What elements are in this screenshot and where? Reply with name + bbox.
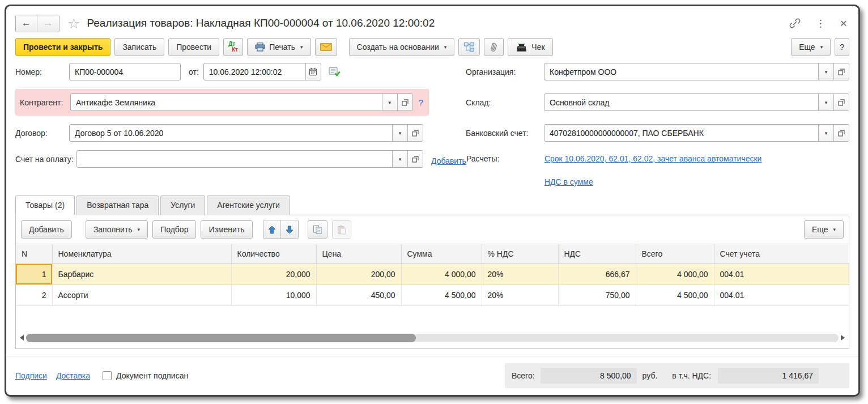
tab-services[interactable]: Услуги <box>160 195 205 215</box>
cash-receipt-button[interactable]: Чек <box>508 38 552 56</box>
paste-rows-button[interactable] <box>332 220 351 239</box>
help-button[interactable]: ? <box>835 38 849 56</box>
create-based-on-button[interactable]: Создать на основании ▾ <box>349 38 455 56</box>
col-total[interactable]: Всего <box>636 244 714 264</box>
cell-quantity[interactable]: 10,000 <box>231 285 316 306</box>
document-window: ← → ☆ Реализация товаров: Накладная КП00… <box>5 5 860 397</box>
signed-checkbox[interactable] <box>103 371 112 380</box>
close-icon[interactable]: × <box>840 16 847 30</box>
row-add-button[interactable]: Добавить <box>21 220 72 239</box>
help-label: ? <box>840 42 844 52</box>
cell-sum[interactable]: 4 000,00 <box>401 264 482 285</box>
bank-account-open-button[interactable] <box>833 125 849 141</box>
invoice-dropdown-button[interactable]: ▾ <box>392 151 407 167</box>
counterparty-open-button[interactable] <box>397 94 412 110</box>
scroll-right-icon[interactable] <box>841 335 845 341</box>
organization-dropdown-button[interactable]: ▾ <box>818 63 833 80</box>
cell-price[interactable]: 450,00 <box>316 285 401 306</box>
cell-total[interactable]: 4 500,00 <box>636 285 714 306</box>
counterparty-input[interactable] <box>71 94 382 110</box>
dt-kt-button[interactable]: ДтКт <box>223 38 243 56</box>
cell-vat[interactable]: 666,67 <box>558 264 636 285</box>
cell-sum[interactable]: 4 500,00 <box>401 285 482 306</box>
edit-button[interactable]: Изменить <box>201 220 252 239</box>
delivery-link[interactable]: Доставка <box>56 371 90 380</box>
total-value: 8 500,00 <box>541 368 637 384</box>
chevron-down-icon: ▾ <box>825 100 828 105</box>
send-email-button[interactable] <box>315 38 337 56</box>
counterparty-help-link[interactable]: ? <box>419 97 423 107</box>
scroll-left-icon[interactable] <box>20 335 24 341</box>
tab-agency-services[interactable]: Агентские услуги <box>207 195 290 215</box>
more-button[interactable]: Еще ▾ <box>791 38 831 56</box>
warehouse-open-button[interactable] <box>833 94 849 110</box>
invoice-for-payment-label: Счет на оплату: <box>15 155 76 164</box>
col-vat-percent[interactable]: % НДС <box>482 244 558 264</box>
counterparty-dropdown-button[interactable]: ▾ <box>382 94 397 110</box>
warehouse-dropdown-button[interactable]: ▾ <box>818 94 833 110</box>
create-based-on-label: Создать на основании <box>357 42 439 52</box>
copy-rows-button[interactable] <box>308 220 327 239</box>
cell-nomenclature[interactable]: Барбарис <box>52 264 231 285</box>
cell-n[interactable]: 1 <box>16 264 52 285</box>
col-n[interactable]: N <box>16 244 52 264</box>
title-bar: ← → ☆ Реализация товаров: Накладная КП00… <box>6 6 858 37</box>
cell-n[interactable]: 2 <box>16 285 52 306</box>
col-vat[interactable]: НДС <box>558 244 636 264</box>
cell-account[interactable]: 004.01 <box>714 285 849 306</box>
forward-button[interactable]: → <box>37 15 59 32</box>
col-sum[interactable]: Сумма <box>401 244 482 264</box>
settlements-terms-link[interactable]: Срок 10.06.2020, 62.01, 62.02, зачет ава… <box>544 154 762 163</box>
date-input[interactable] <box>204 63 305 80</box>
back-button[interactable]: ← <box>16 15 37 32</box>
post-button[interactable]: Провести <box>168 38 219 56</box>
warehouse-input[interactable] <box>544 94 818 110</box>
pick-button[interactable]: Подбор <box>152 220 196 239</box>
more-menu-icon[interactable]: ⋮ <box>816 18 826 29</box>
move-down-button[interactable] <box>280 220 298 239</box>
link-icon <box>789 17 801 29</box>
number-input[interactable] <box>70 63 180 80</box>
contract-open-button[interactable] <box>407 125 423 141</box>
contract-input[interactable] <box>70 125 392 141</box>
col-nomenclature[interactable]: Номенклатура <box>52 244 231 264</box>
tab-returnable-packaging[interactable]: Возвратная тара <box>76 195 159 215</box>
goods-more-button[interactable]: Еще ▾ <box>804 220 844 239</box>
cell-vat-percent[interactable]: 20% <box>482 264 558 285</box>
contract-dropdown-button[interactable]: ▾ <box>392 125 407 141</box>
col-quantity[interactable]: Количество <box>231 244 316 264</box>
signatures-link[interactable]: Подписи <box>15 371 47 380</box>
organization-input[interactable] <box>544 63 818 80</box>
get-link-icon[interactable] <box>789 17 801 29</box>
save-button[interactable]: Записать <box>114 38 164 56</box>
move-up-button[interactable] <box>263 220 280 239</box>
settlements-vat-link[interactable]: НДС в сумме <box>544 177 593 186</box>
tab-goods[interactable]: Товары (2) <box>15 195 75 215</box>
invoice-for-payment-input[interactable] <box>77 151 392 167</box>
chevron-down-icon: ▾ <box>388 100 391 105</box>
cell-account[interactable]: 004.01 <box>714 264 849 285</box>
fill-button[interactable]: Заполнить ▾ <box>86 220 148 239</box>
favorite-star-icon[interactable]: ☆ <box>67 15 80 32</box>
organization-open-button[interactable] <box>833 63 849 80</box>
bank-account-dropdown-button[interactable]: ▾ <box>818 125 833 141</box>
post-and-close-button[interactable]: Провести и закрыть <box>15 38 110 56</box>
invoice-open-button[interactable] <box>407 151 423 167</box>
chevron-down-icon: ▾ <box>820 44 823 50</box>
calendar-button[interactable] <box>305 63 321 80</box>
col-account[interactable]: Счет учета <box>714 244 849 264</box>
scrollbar-track[interactable] <box>26 334 839 342</box>
cell-nomenclature[interactable]: Ассорти <box>52 285 231 306</box>
cell-total[interactable]: 4 000,00 <box>636 264 714 285</box>
print-button[interactable]: Печать ▾ <box>247 38 310 56</box>
cell-quantity[interactable]: 20,000 <box>231 264 316 285</box>
bank-account-input[interactable] <box>544 125 818 141</box>
cell-vat-percent[interactable]: 20% <box>482 285 558 306</box>
cell-price[interactable]: 200,00 <box>316 264 401 285</box>
invoice-add-link[interactable]: Добавить <box>431 156 466 165</box>
cell-vat[interactable]: 750,00 <box>558 285 636 306</box>
related-documents-button[interactable] <box>458 38 480 56</box>
col-price[interactable]: Цена <box>316 244 401 264</box>
scrollbar-thumb[interactable] <box>26 334 416 342</box>
attachments-button[interactable] <box>484 38 504 56</box>
